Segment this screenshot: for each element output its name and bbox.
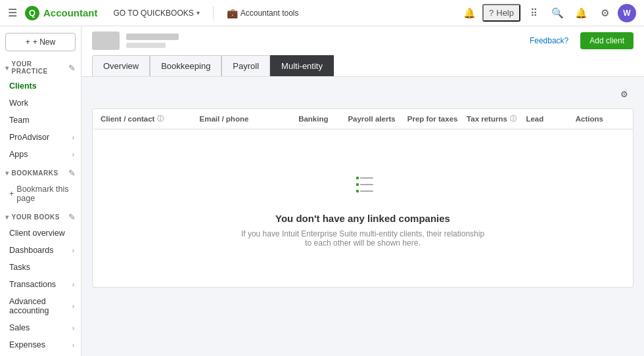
sidebar-item-apps[interactable]: Apps › <box>0 146 81 163</box>
logo-text: Accountant <box>43 7 98 18</box>
svg-rect-4 <box>356 183 359 186</box>
bookmark-this-page-item[interactable]: + Bookmark this page <box>0 181 81 207</box>
sidebar-item-tasks[interactable]: Tasks <box>0 259 81 276</box>
hamburger-menu[interactable]: ☰ <box>8 7 17 19</box>
svg-rect-2 <box>356 177 359 179</box>
svg-rect-7 <box>360 190 373 192</box>
client-info <box>92 32 179 50</box>
chevron-right-icon: › <box>72 303 74 310</box>
sidebar-item-advanced-accounting[interactable]: Advanced accounting › <box>0 293 81 319</box>
bookmarks-section-header: ▾ BOOKMARKS ✎ <box>0 163 81 181</box>
your-books-section-header: ▾ YOUR BOOKS ✎ <box>0 207 81 225</box>
svg-rect-5 <box>360 184 373 185</box>
main-content: Feedback? Add client Overview Bookkeepin… <box>81 26 644 356</box>
add-client-button[interactable]: Add client <box>580 32 633 49</box>
sidebar-item-clients[interactable]: Clients <box>0 78 81 95</box>
empty-state-icon <box>347 169 379 202</box>
svg-rect-3 <box>360 177 373 179</box>
svg-rect-6 <box>356 190 359 192</box>
briefcase-icon: 💼 <box>227 8 238 18</box>
top-navigation: ☰ Q Accountant GO TO QUICKBOOKS ▾ 💼 Acco… <box>0 0 644 26</box>
feedback-button[interactable]: Feedback? <box>524 33 574 48</box>
col-actions: Actions <box>576 115 625 123</box>
new-button-label: + New <box>33 37 55 47</box>
your-practice-section-header: ▾ YOUR PRACTICE ✎ <box>0 55 81 78</box>
help-button[interactable]: ? Help <box>482 4 520 22</box>
client-name-placeholder <box>126 33 179 40</box>
col-tax-returns: Tax returns ⓘ <box>467 114 526 123</box>
tab-bar: Overview Bookkeeping Payroll Multi-entit… <box>92 55 633 76</box>
col-banking: Banking <box>298 115 348 123</box>
notifications-bell-button[interactable]: 🔔 <box>459 3 480 24</box>
goto-quickbooks-label: GO TO QUICKBOOKS <box>114 9 194 18</box>
your-practice-title: ▾ YOUR PRACTICE <box>5 60 68 75</box>
help-label: Help <box>496 8 514 18</box>
table-settings-button[interactable]: ⚙ <box>615 85 633 103</box>
sidebar-item-dashboards[interactable]: Dashboards › <box>0 242 81 259</box>
settings-button[interactable]: ⚙ <box>594 3 615 24</box>
chevron-right-icon: › <box>72 324 74 332</box>
nav-divider <box>213 7 214 20</box>
help-icon: ? <box>489 8 494 18</box>
your-books-title: ▾ YOUR BOOKS <box>5 213 60 221</box>
table-header-row: ⚙ <box>92 85 633 103</box>
header-actions: Feedback? Add client <box>524 32 633 49</box>
sidebar-item-work[interactable]: Work <box>0 95 81 112</box>
table-columns: Client / contact ⓘ Email / phone Banking… <box>92 108 633 129</box>
sidebar: + + New ▾ YOUR PRACTICE ✎ Clients Work T… <box>0 26 81 356</box>
logo-area: Q Accountant <box>25 6 98 20</box>
tab-bookkeeping[interactable]: Bookkeeping <box>150 55 221 76</box>
plus-icon: + <box>26 37 30 47</box>
sidebar-item-transactions[interactable]: Transactions › <box>0 276 81 293</box>
chevron-right-icon: › <box>72 281 74 288</box>
empty-state: You don't have any linked companies If y… <box>92 129 633 288</box>
user-avatar[interactable]: W <box>618 4 636 22</box>
goto-chevron-icon: ▾ <box>196 9 200 16</box>
svg-text:Q: Q <box>29 8 35 18</box>
client-header: Feedback? Add client Overview Bookkeepin… <box>81 26 644 77</box>
alert-button[interactable]: 🔔 <box>570 3 591 24</box>
col-email: Email / phone <box>200 115 299 123</box>
new-button[interactable]: + + New <box>5 33 76 51</box>
col-payroll-alerts: Payroll alerts <box>348 115 407 123</box>
sidebar-item-proadvisor[interactable]: ProAdvisor › <box>0 129 81 146</box>
empty-state-description: If you have Intuit Enterprise Suite mult… <box>238 229 488 248</box>
client-logo-placeholder <box>92 32 120 50</box>
apps-grid-button[interactable]: ⠿ <box>523 3 544 24</box>
quickbooks-logo: Q <box>25 6 39 20</box>
chevron-right-icon: › <box>72 342 74 349</box>
tab-overview[interactable]: Overview <box>92 55 150 76</box>
new-button-container: + + New <box>0 26 81 55</box>
your-practice-edit-icon[interactable]: ✎ <box>68 63 76 73</box>
plus-icon: + <box>9 189 14 198</box>
bookmarks-title: ▾ BOOKMARKS <box>5 169 58 177</box>
sidebar-item-client-overview[interactable]: Client overview <box>0 225 81 242</box>
empty-state-title: You don't have any linked companies <box>275 213 450 224</box>
table-area: ⚙ Client / contact ⓘ Email / phone Banki… <box>81 77 644 296</box>
chevron-right-icon: › <box>72 134 74 141</box>
tab-payroll[interactable]: Payroll <box>221 55 270 76</box>
goto-quickbooks-button[interactable]: GO TO QUICKBOOKS ▾ <box>108 6 205 20</box>
sidebar-item-reports[interactable]: Reports › <box>0 353 81 356</box>
client-header-top: Feedback? Add client <box>92 32 633 50</box>
sidebar-item-team[interactable]: Team <box>0 112 81 129</box>
accountant-tools-label: Accountant tools <box>241 9 299 18</box>
col-tax-info-icon[interactable]: ⓘ <box>510 114 517 123</box>
client-name-block <box>126 33 179 48</box>
bookmarks-edit-icon[interactable]: ✎ <box>68 168 76 178</box>
col-contact: Client / contact ⓘ <box>101 114 200 123</box>
accountant-tools-button[interactable]: 💼 Accountant tools <box>221 5 304 21</box>
client-sub-placeholder <box>126 43 166 48</box>
nav-right-area: 🔔 ? Help ⠿ 🔍 🔔 ⚙ W <box>459 3 636 24</box>
your-books-edit-icon[interactable]: ✎ <box>68 212 76 222</box>
col-contact-info-icon[interactable]: ⓘ <box>157 114 164 123</box>
col-lead: Lead <box>526 115 575 123</box>
gear-icon: ⚙ <box>620 89 628 99</box>
chevron-right-icon: › <box>72 247 74 254</box>
sidebar-item-expenses[interactable]: Expenses › <box>0 336 81 353</box>
sidebar-item-sales[interactable]: Sales › <box>0 319 81 336</box>
main-layout: + + New ▾ YOUR PRACTICE ✎ Clients Work T… <box>0 26 644 356</box>
search-button[interactable]: 🔍 <box>547 3 568 24</box>
tab-multientity[interactable]: Multi-entity <box>270 55 334 76</box>
col-prep-taxes: Prep for taxes <box>407 115 467 123</box>
